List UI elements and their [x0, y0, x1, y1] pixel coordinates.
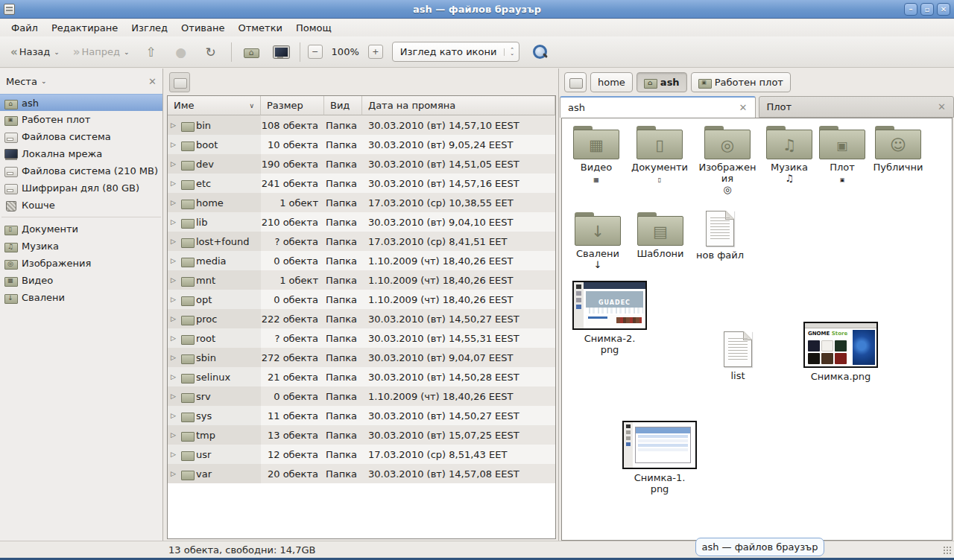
expander-icon[interactable] — [171, 315, 179, 322]
icon-view[interactable]: Видео Документи Изображен ия Музика Плот… — [561, 118, 953, 541]
minimize-button[interactable]: – — [904, 3, 917, 16]
tab-ash[interactable]: ash — [560, 96, 756, 118]
search-button[interactable] — [531, 43, 549, 61]
expander-icon[interactable] — [171, 199, 179, 206]
sidebar-item[interactable]: Локална мрежа — [0, 145, 162, 162]
table-row[interactable]: proc 222 обекта Папка 30.03.2010 (вт) 14… — [168, 309, 555, 328]
tab-plot[interactable]: Плот — [759, 96, 954, 118]
table-row[interactable]: tmp 13 обекта Папка 30.03.2010 (вт) 15,0… — [168, 425, 555, 445]
table-row[interactable]: sys 11 обекта Папка 30.03.2010 (вт) 14,5… — [168, 406, 555, 425]
table-row[interactable]: boot 10 обекта Папка 30.03.2010 (вт) 9,0… — [168, 135, 555, 154]
sidebar-item[interactable]: Изображения — [0, 255, 162, 272]
up-button[interactable]: ⇧ — [139, 42, 164, 63]
expander-icon[interactable] — [171, 296, 179, 303]
file-list[interactable]: list — [708, 331, 768, 381]
folder-music[interactable]: Музика — [760, 126, 818, 184]
file-snimka-1[interactable]: Снимка-1. png — [618, 421, 701, 494]
expander-icon[interactable] — [171, 160, 179, 168]
table-row[interactable]: home 1 обект Папка 17.03.2010 (ср) 10,38… — [168, 193, 555, 212]
table-row[interactable]: opt 0 обекта Папка 1.10.2009 (чт) 18,40,… — [168, 290, 555, 309]
expander-icon[interactable] — [171, 218, 179, 226]
folder-desktop[interactable]: Плот — [815, 126, 869, 184]
computer-button[interactable] — [268, 43, 292, 61]
home-button[interactable] — [239, 43, 264, 61]
table-row[interactable]: media 0 обекта Папка 1.10.2009 (чт) 18,4… — [168, 251, 555, 270]
folder-documents[interactable]: Документи — [625, 126, 695, 184]
table-row[interactable]: selinux 21 обекта Папка 30.03.2010 (вт) … — [168, 367, 555, 386]
sidebar-item[interactable]: Файлова система (210 MB) — [0, 162, 162, 179]
column-header-size[interactable]: Размер — [261, 96, 324, 115]
stop-button[interactable]: ● — [168, 42, 194, 63]
filesystem-breadcrumb-button[interactable] — [169, 72, 190, 92]
file-snimka-2[interactable]: GUADEC Снимка-2. png — [568, 281, 651, 355]
sidebar-close-icon[interactable] — [148, 76, 157, 87]
expander-icon[interactable] — [171, 392, 179, 400]
sidebar-item[interactable]: Кошче — [0, 197, 162, 214]
menu-item[interactable]: Файл — [4, 21, 45, 35]
sidebar-title[interactable]: Места — [6, 76, 37, 87]
expander-icon[interactable] — [171, 276, 179, 284]
zoom-in-button[interactable]: + — [368, 45, 383, 59]
breadcrumb-ash[interactable]: ash — [636, 72, 687, 92]
sidebar-item[interactable]: Видео — [0, 272, 162, 289]
expander-icon[interactable] — [171, 257, 179, 264]
tab-close-icon[interactable] — [739, 102, 748, 113]
folder-public[interactable]: Публични — [866, 126, 930, 173]
forward-button[interactable]: » Напред ⌄ — [69, 42, 134, 62]
table-row[interactable]: mnt 1 обект Папка 1.10.2009 (чт) 18,40,2… — [168, 270, 555, 290]
back-dropdown-icon[interactable]: ⌄ — [54, 48, 60, 56]
view-mode-select[interactable]: Изглед като икони ⌃⌄ — [392, 42, 519, 62]
expander-icon[interactable] — [171, 238, 179, 245]
menu-item[interactable]: Изглед — [124, 21, 174, 35]
column-header-date[interactable]: Дата на промяна — [362, 96, 555, 115]
expander-icon[interactable] — [171, 141, 179, 148]
table-row[interactable]: usr 12 обекта Папка 17.03.2010 (ср) 8,51… — [168, 445, 555, 464]
table-row[interactable]: srv 0 обекта Папка 1.10.2009 (чт) 18,40,… — [168, 386, 555, 406]
breadcrumb-desktop[interactable]: Работен плот — [691, 72, 791, 92]
column-header-name[interactable]: Име ∨ — [168, 96, 261, 115]
tab-close-icon[interactable] — [938, 101, 946, 112]
table-row[interactable]: lib 210 обекта Папка 30.03.2010 (вт) 9,0… — [168, 212, 555, 232]
expander-icon[interactable] — [171, 412, 179, 419]
file-snimka[interactable]: GNOME Store Снимка.png — [799, 322, 882, 382]
file-new-file[interactable]: нов файл — [690, 211, 750, 261]
expander-icon[interactable] — [171, 179, 179, 187]
breadcrumb-filesystem[interactable] — [564, 72, 587, 92]
maximize-button[interactable]: ▫ — [920, 3, 934, 16]
menu-item[interactable]: Отметки — [231, 21, 288, 35]
expander-icon[interactable] — [171, 354, 179, 361]
sidebar-item[interactable]: Документи — [0, 220, 162, 238]
menu-item[interactable]: Помощ — [289, 21, 338, 35]
table-row[interactable]: etc 241 обекта Папка 30.03.2010 (вт) 14,… — [168, 174, 555, 193]
expander-icon[interactable] — [171, 431, 179, 439]
menu-item[interactable]: Редактиране — [45, 21, 124, 35]
table-row[interactable]: root ? обекта Папка 30.03.2010 (вт) 14,5… — [168, 328, 555, 348]
table-row[interactable]: dev 190 обекта Папка 30.03.2010 (вт) 14,… — [168, 154, 555, 174]
zoom-out-button[interactable]: − — [308, 45, 323, 59]
expander-icon[interactable] — [171, 451, 179, 458]
expander-icon[interactable] — [171, 121, 179, 129]
resize-grip[interactable] — [943, 546, 953, 556]
sidebar-item[interactable]: Шифриран дял (80 GB) — [0, 179, 162, 197]
folder-images[interactable]: Изображен ия — [693, 126, 762, 195]
folder-downloads[interactable]: Свалени — [568, 212, 628, 270]
expander-icon[interactable] — [171, 373, 179, 381]
menu-item[interactable]: Отиване — [174, 21, 231, 35]
reload-button[interactable]: ↻ — [198, 42, 224, 63]
column-header-type[interactable]: Вид — [324, 96, 362, 115]
back-button[interactable]: « Назад ⌄ — [6, 42, 64, 62]
sidebar-item[interactable]: Файлова система — [0, 128, 162, 145]
sidebar-item[interactable]: Музика — [0, 238, 162, 255]
folder-templates[interactable]: Шаблони — [631, 212, 690, 259]
table-row[interactable]: var 20 обекта Папка 30.03.2010 (вт) 14,5… — [168, 464, 555, 483]
folder-video[interactable]: Видео — [565, 126, 628, 184]
breadcrumb-home[interactable]: home — [590, 72, 633, 92]
sidebar-caret-icon[interactable]: ⌄ — [41, 77, 47, 85]
expander-icon[interactable] — [171, 470, 179, 477]
close-button[interactable]: ✕ — [937, 3, 950, 16]
sidebar-item[interactable]: Работен плот — [0, 111, 162, 128]
sidebar-item[interactable]: ash — [0, 94, 162, 111]
sidebar-item[interactable]: Свалени — [0, 289, 162, 306]
table-row[interactable]: lost+found ? обекта Папка 17.03.2010 (ср… — [168, 232, 555, 251]
expander-icon[interactable] — [171, 334, 179, 342]
